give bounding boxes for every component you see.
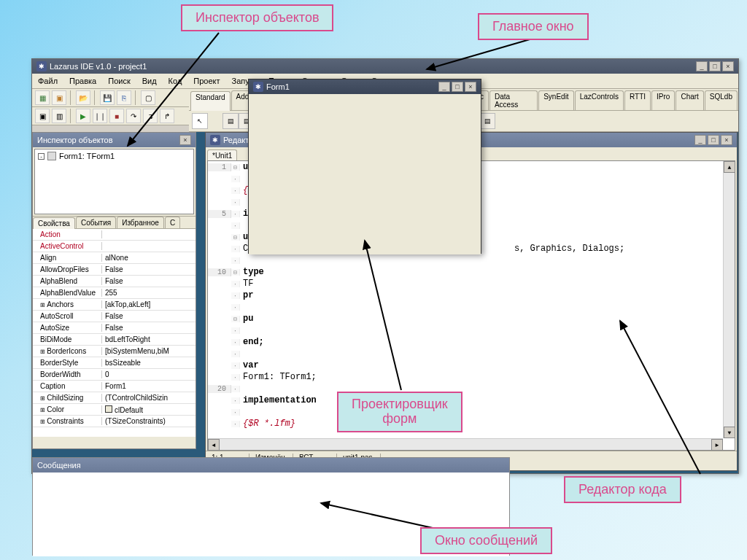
tree-item-form1[interactable]: - Form1: TForm1: [36, 151, 192, 161]
step-into-button[interactable]: ↴: [143, 109, 158, 123]
prop-value[interactable]: False: [102, 265, 196, 273]
editor-vscrollbar[interactable]: ▲ ▼: [723, 161, 735, 438]
editor-tab-unit1[interactable]: *Unit1: [207, 149, 237, 161]
menu-Поиск[interactable]: Поиск: [105, 75, 133, 87]
prop-row-Action[interactable]: Action: [33, 229, 196, 241]
minimize-button[interactable]: _: [696, 61, 708, 71]
code-line[interactable]: · end;: [208, 336, 735, 348]
inspector-tab-3[interactable]: С: [165, 217, 180, 228]
prop-value[interactable]: clDefault: [102, 405, 196, 414]
code-line[interactable]: ·{$R *.lfm}: [208, 418, 735, 429]
editor-maximize-button[interactable]: □: [708, 135, 719, 145]
prop-row-AlphaBlend[interactable]: AlphaBlendFalse: [33, 276, 196, 287]
prop-value[interactable]: alNone: [102, 254, 196, 262]
code-text[interactable]: var: [240, 360, 259, 370]
prop-value[interactable]: False: [102, 312, 196, 320]
fold-marker[interactable]: ·: [231, 386, 240, 392]
code-text[interactable]: pr: [240, 290, 253, 300]
code-text[interactable]: end;: [240, 337, 264, 347]
fold-marker[interactable]: ·: [231, 339, 240, 346]
prop-value[interactable]: (TControlChildSizin: [102, 394, 196, 402]
code-line[interactable]: ·: [208, 406, 735, 418]
component-tab-chart[interactable]: Chart: [676, 90, 703, 110]
scroll-right-button[interactable]: ►: [711, 439, 723, 451]
code-line[interactable]: ·: [208, 324, 735, 336]
code-text[interactable]: type: [240, 267, 264, 277]
prop-row-AutoScroll[interactable]: AutoScrollFalse: [33, 311, 196, 322]
fold-marker[interactable]: ·: [231, 362, 240, 369]
prop-row-BorderIcons[interactable]: BorderIcons[biSystemMenu,biM: [33, 346, 196, 357]
fold-marker[interactable]: ⊟: [231, 234, 240, 241]
step-over-button[interactable]: ↷: [126, 109, 141, 123]
new-unit-button[interactable]: ▦: [35, 90, 50, 105]
code-line[interactable]: ·: [208, 254, 735, 266]
component-tab-data-access[interactable]: Data Access: [489, 90, 538, 110]
run-button[interactable]: ▶: [76, 109, 90, 123]
fold-marker[interactable]: ·: [231, 281, 240, 287]
prop-row-Caption[interactable]: CaptionForm1: [33, 381, 196, 392]
component-tab-standard[interactable]: Standard: [190, 91, 231, 111]
form-canvas[interactable]: [249, 94, 481, 254]
menu-Код[interactable]: Код: [166, 75, 185, 87]
scroll-down-button[interactable]: ▼: [724, 427, 735, 438]
code-text[interactable]: {$R *.lfm}: [240, 419, 295, 429]
inspector-tab-1[interactable]: События: [76, 217, 116, 228]
fold-marker[interactable]: ·: [231, 222, 240, 229]
fold-marker[interactable]: ·: [231, 257, 240, 264]
prop-row-ChildSizing[interactable]: ChildSizing(TControlChildSizin: [33, 392, 196, 404]
editor-close-button[interactable]: ×: [721, 135, 732, 145]
code-line[interactable]: ·var: [208, 359, 735, 371]
toggle-form-button[interactable]: ▣: [35, 109, 50, 123]
component-tab-ipro[interactable]: IPro: [651, 90, 675, 110]
menu-Вид[interactable]: Вид: [139, 75, 160, 87]
form-maximize-button[interactable]: □: [452, 82, 463, 92]
save-button[interactable]: 💾: [100, 90, 115, 105]
property-grid[interactable]: ActionActiveControlAlignalNoneAllowDropF…: [33, 229, 196, 437]
palette-component-0[interactable]: ▤: [222, 113, 239, 129]
prop-row-AutoSize[interactable]: AutoSizeFalse: [33, 322, 196, 334]
prop-value[interactable]: False: [102, 324, 196, 332]
code-line[interactable]: 10⊟type: [208, 266, 735, 278]
editor-hscrollbar[interactable]: ◄ ►: [208, 438, 723, 450]
code-text[interactable]: pu: [240, 314, 253, 324]
inspector-tab-0[interactable]: Свойства: [33, 217, 75, 229]
scroll-left-button[interactable]: ◄: [208, 439, 220, 451]
fold-marker[interactable]: ·: [231, 246, 240, 252]
prop-row-AlphaBlendValue[interactable]: AlphaBlendValue255: [33, 287, 196, 299]
fold-marker[interactable]: ·: [231, 199, 240, 206]
scroll-up-button[interactable]: ▲: [724, 161, 735, 173]
fold-marker[interactable]: ·: [231, 327, 240, 334]
form-designer[interactable]: ✱ Form1 _ □ ×: [248, 79, 481, 254]
inspector-tree[interactable]: - Form1: TForm1: [34, 149, 194, 214]
fold-marker[interactable]: ·: [231, 187, 240, 194]
code-line[interactable]: 20·: [208, 383, 735, 394]
fold-marker[interactable]: ·: [231, 211, 240, 217]
inspector-tab-2[interactable]: Избранное: [117, 217, 164, 228]
new-form-button[interactable]: ▣: [52, 90, 66, 105]
fold-marker[interactable]: ⊟: [231, 269, 240, 276]
maximize-button[interactable]: □: [709, 61, 721, 71]
prop-row-BorderWidth[interactable]: BorderWidth0: [33, 369, 196, 381]
prop-value[interactable]: [biSystemMenu,biM: [102, 347, 196, 355]
prop-value[interactable]: bdLeftToRight: [102, 335, 196, 343]
form-titlebar[interactable]: ✱ Form1 _ □ ×: [249, 79, 481, 94]
fold-marker[interactable]: ·: [231, 351, 240, 357]
component-tab-lazcontrols[interactable]: LazControls: [575, 90, 624, 110]
code-line[interactable]: · Form1: TForm1;: [208, 371, 735, 383]
fold-marker[interactable]: ·: [231, 176, 240, 182]
menu-Файл[interactable]: Файл: [35, 75, 61, 87]
code-text[interactable]: TF: [240, 279, 253, 289]
fold-marker[interactable]: ·: [231, 304, 240, 311]
new-button[interactable]: ▢: [141, 90, 155, 105]
palette-cursor[interactable]: ↖: [192, 113, 208, 129]
fold-marker[interactable]: ·: [231, 397, 240, 404]
prop-value[interactable]: (TSizeConstraints): [102, 417, 196, 425]
fold-marker[interactable]: ·: [231, 292, 240, 299]
prop-row-Constraints[interactable]: Constraints(TSizeConstraints): [33, 416, 196, 427]
step-out-button[interactable]: ↱: [160, 109, 174, 123]
code-text[interactable]: Form1: TForm1;: [240, 372, 317, 382]
prop-value[interactable]: [akTop,akLeft]: [102, 300, 196, 308]
prop-row-Color[interactable]: ColorclDefault: [33, 404, 196, 416]
component-tab-rtti[interactable]: RTTI: [624, 90, 651, 110]
fold-marker[interactable]: ⊟: [231, 316, 240, 322]
